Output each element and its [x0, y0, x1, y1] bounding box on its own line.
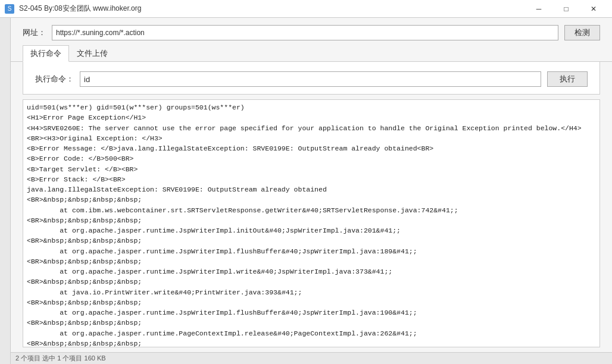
left-sidebar-strip	[0, 18, 11, 364]
status-text: 2 个项目 选中 1 个项目 160 KB	[15, 354, 106, 363]
command-panel: 执行命令： 执行	[23, 62, 600, 95]
status-bar: 2 个项目 选中 1 个项目 160 KB	[11, 352, 612, 364]
app-icon: S	[5, 4, 14, 14]
tab-exec-command[interactable]: 执行命令	[23, 45, 69, 62]
maximize-button[interactable]: □	[552, 0, 580, 18]
exec-button[interactable]: 执行	[547, 71, 588, 87]
minimize-button[interactable]: ─	[525, 0, 552, 18]
close-button[interactable]: ✕	[580, 0, 607, 18]
tab-bar: 执行命令 文件上传	[11, 45, 612, 62]
cmd-label: 执行命令：	[35, 74, 74, 84]
window-controls: ─ □ ✕	[525, 0, 607, 18]
title-text: S2-045 By:08安全团队 www.ihoker.org	[19, 4, 520, 14]
tab-file-upload[interactable]: 文件上传	[69, 45, 115, 61]
main-content: 网址： 检测 执行命令 文件上传 执行命令： 执行 uid=501(ws***e…	[11, 18, 612, 352]
url-section: 网址： 检测	[11, 18, 612, 45]
url-label: 网址：	[23, 27, 46, 38]
detect-button[interactable]: 检测	[564, 25, 600, 40]
output-area: uid=501(ws***er) gid=501(w***ser) groups…	[23, 99, 600, 347]
title-bar: S S2-045 By:08安全团队 www.ihoker.org ─ □ ✕	[0, 0, 612, 18]
command-input[interactable]	[80, 71, 541, 87]
url-input[interactable]	[52, 25, 558, 40]
